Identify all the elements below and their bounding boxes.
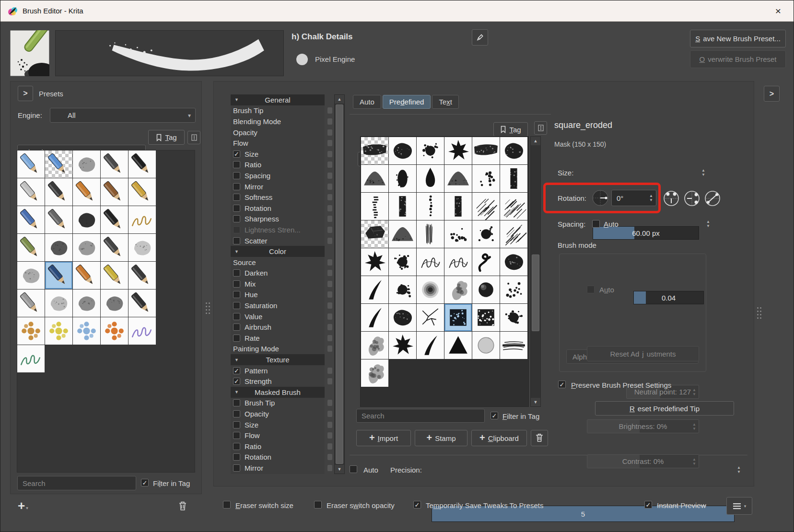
spacing-spinner[interactable]: ▲▼ [704, 217, 712, 231]
preset-thumbnail[interactable] [128, 317, 156, 345]
precision-spinner[interactable]: ▲▼ [735, 462, 743, 478]
brightness-slider[interactable]: Brightness: 0% ▲▼ [587, 419, 699, 433]
option-item-opacity[interactable]: Opacity [231, 127, 325, 138]
option-checkbox[interactable]: ✓ [233, 194, 240, 201]
option-lock-icon[interactable] [327, 238, 332, 244]
preset-thumbnail[interactable] [17, 150, 45, 178]
preset-thumbnail[interactable] [128, 262, 156, 289]
option-item-size[interactable]: ✓Size [231, 149, 325, 160]
option-lock-icon[interactable] [327, 140, 332, 146]
brush-tip-cell[interactable] [361, 304, 388, 331]
brush-tip-cell[interactable] [361, 165, 388, 192]
option-item-brush-tip[interactable]: ✓Brush Tip [231, 398, 325, 409]
option-item-sharpness[interactable]: ✓Sharpness [231, 214, 325, 225]
brightness-spinner[interactable]: ▲▼ [690, 420, 698, 432]
preset-thumbnail-selected[interactable] [45, 262, 72, 289]
preset-thumbnail[interactable] [45, 206, 72, 233]
option-item-source[interactable]: Source [231, 257, 325, 268]
brush-tip-cell[interactable] [361, 276, 388, 303]
option-checkbox[interactable]: ✓ [233, 410, 240, 417]
scroll-down-icon[interactable]: ▼ [335, 465, 344, 474]
option-checkbox[interactable]: ✓ [233, 313, 240, 320]
option-lock-icon[interactable] [327, 443, 332, 450]
detach-editor-menu-button[interactable]: ▾ [726, 497, 752, 515]
brush-tip-cell[interactable] [389, 304, 416, 331]
save-new-brush-preset-button[interactable]: Save New Brush Preset... [690, 30, 786, 47]
option-item-opacity[interactable]: ✓Opacity [231, 408, 325, 419]
preset-thumbnail[interactable] [101, 206, 128, 233]
mode-auto-checkbox[interactable]: ✓ [587, 286, 595, 293]
option-lock-icon[interactable] [327, 400, 332, 406]
options-section-general[interactable]: ▼General [231, 94, 325, 105]
stamp-tip-button[interactable]: + Stamp [415, 430, 467, 446]
option-item-scatter[interactable]: ✓Scatter [231, 235, 325, 246]
contrast-spinner[interactable]: ▲▼ [690, 455, 698, 467]
brush-tip-cell[interactable] [417, 304, 444, 331]
option-checkbox[interactable]: ✓ [233, 215, 240, 222]
preset-thumbnail[interactable] [17, 317, 45, 345]
brush-tip-cell[interactable] [361, 193, 388, 220]
option-item-saturation[interactable]: ✓Saturation [231, 300, 325, 311]
option-lock-icon[interactable] [327, 216, 332, 222]
options-section-texture[interactable]: ▼Texture [231, 354, 325, 365]
brush-tip-cell[interactable] [389, 220, 416, 248]
preset-thumbnail[interactable] [73, 262, 100, 289]
preset-thumbnail[interactable] [128, 206, 156, 233]
option-item-darken[interactable]: ✓Darken [231, 268, 325, 279]
option-lock-icon[interactable] [327, 465, 332, 471]
option-item-mirror[interactable]: ✓Mirror [231, 463, 325, 474]
option-checkbox[interactable]: ✓ [233, 172, 240, 179]
preset-search-input[interactable]: Search [17, 476, 136, 490]
option-lock-icon[interactable] [327, 259, 332, 266]
brush-tip-cell[interactable] [472, 304, 500, 331]
option-lock-icon[interactable] [327, 118, 332, 125]
option-checkbox[interactable]: ✓ [233, 150, 240, 158]
tip-tag-button[interactable]: Tag [493, 122, 528, 137]
brush-tip-cell[interactable] [500, 304, 527, 331]
option-lock-icon[interactable] [327, 324, 332, 330]
preset-thumbnail[interactable] [128, 234, 156, 261]
option-lock-icon[interactable] [327, 107, 332, 114]
brush-tip-cell[interactable] [389, 137, 416, 164]
brush-tip-cell[interactable] [472, 276, 500, 303]
size-slider[interactable]: 60.00 px [593, 226, 699, 240]
option-item-ratio[interactable]: ✓Ratio [231, 160, 325, 171]
tip-grid-scrollbar[interactable]: ▲ ▼ [530, 136, 541, 407]
option-lock-icon[interactable] [327, 173, 332, 179]
preset-thumbnail[interactable] [101, 150, 128, 178]
brush-tip-cell[interactable] [472, 220, 500, 248]
option-item-value[interactable]: ✓Value [231, 311, 325, 322]
preset-thumbnail[interactable] [73, 178, 100, 206]
option-item-strength[interactable]: ✓Strength [231, 376, 325, 387]
option-lock-icon[interactable] [327, 162, 332, 168]
option-checkbox[interactable]: ✓ [233, 161, 240, 168]
preset-thumbnail[interactable] [17, 178, 45, 206]
preserve-preset-checkbox[interactable]: ✓ [558, 381, 566, 388]
preset-tag-menu-button[interactable] [187, 131, 200, 144]
option-checkbox[interactable]: ✓ [233, 237, 240, 244]
rotation-spinner[interactable]: ▲▼ [647, 191, 655, 205]
preset-filter-in-tag-checkbox[interactable]: ✓ [141, 479, 149, 486]
delete-preset-button[interactable] [174, 498, 191, 514]
scratchpad-stroke-preview[interactable] [55, 30, 284, 76]
brush-tip-cell[interactable] [500, 193, 527, 220]
option-checkbox[interactable]: ✓ [233, 399, 240, 406]
brush-tip-cell[interactable] [500, 248, 527, 276]
brush-tip-cell-selected[interactable] [444, 304, 472, 331]
option-item-rotation[interactable]: ✓Rotation [231, 203, 325, 214]
option-lock-icon[interactable] [327, 205, 332, 211]
option-lock-icon[interactable] [327, 281, 332, 287]
brush-tip-cell[interactable] [389, 193, 416, 220]
option-checkbox[interactable]: ✓ [233, 302, 240, 309]
add-preset-button[interactable]: + ▾ [18, 497, 39, 514]
option-checkbox[interactable]: ✓ [233, 291, 240, 298]
section-collapse-icon[interactable]: ▼ [234, 358, 239, 362]
reset-adjustments-button[interactable]: Reset Adjustments [587, 346, 699, 361]
option-item-size[interactable]: ✓Size [231, 419, 325, 430]
option-item-hue[interactable]: ✓Hue [231, 289, 325, 301]
option-lock-icon[interactable] [327, 422, 332, 428]
option-lock-icon[interactable] [327, 378, 332, 384]
brush-tip-cell[interactable] [444, 137, 472, 164]
brush-tip-cell[interactable] [361, 359, 388, 387]
right-panel-expand-button[interactable]: > [764, 86, 780, 102]
